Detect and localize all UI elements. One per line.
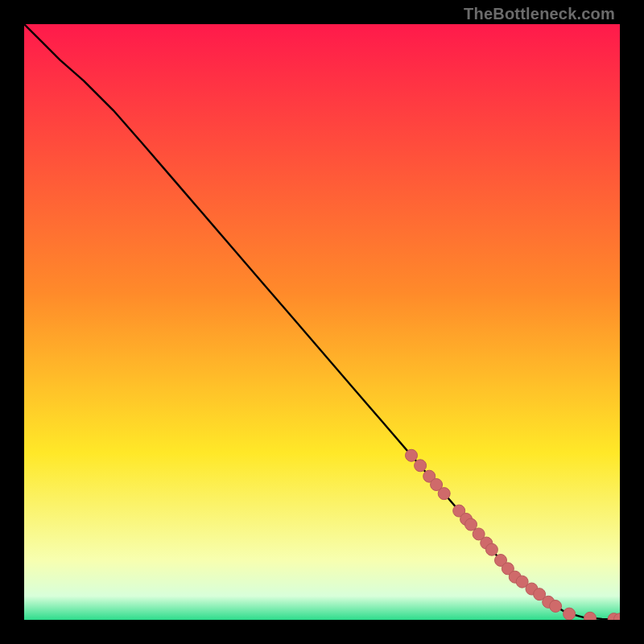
watermark-text: TheBottleneck.com: [464, 5, 615, 23]
data-point: [406, 449, 418, 461]
data-point: [550, 600, 562, 612]
chart-frame: TheBottleneck.com: [0, 0, 644, 644]
data-point: [438, 488, 450, 500]
data-point: [564, 608, 576, 620]
data-point: [415, 460, 427, 472]
plot-area: [24, 24, 620, 620]
chart-svg: [24, 24, 620, 620]
data-point: [485, 543, 497, 555]
gradient-background: [24, 24, 620, 620]
